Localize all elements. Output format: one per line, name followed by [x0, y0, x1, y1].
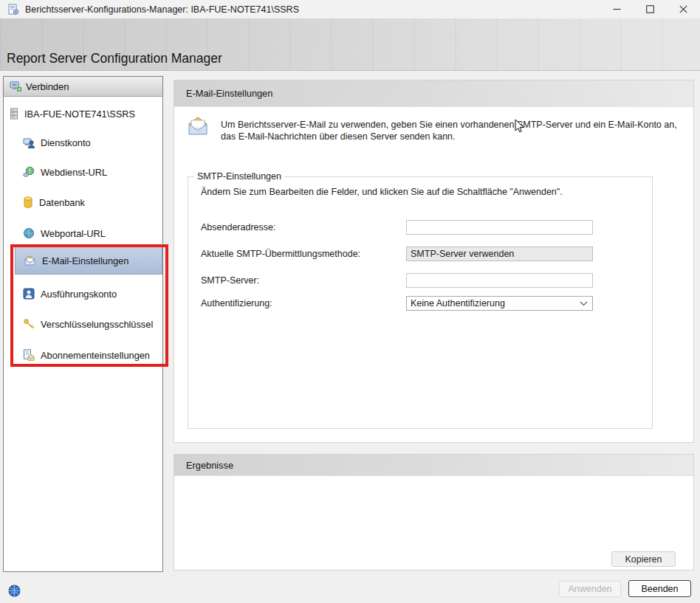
- sidebar-item-label: Webportal-URL: [41, 228, 106, 239]
- maximize-button[interactable]: [634, 0, 667, 18]
- title-bar: Berichtsserver-Konfigurations-Manager: I…: [0, 0, 700, 18]
- app-banner: Report Server Configuration Manager: [0, 18, 700, 71]
- minimize-button[interactable]: [600, 0, 634, 18]
- email-settings-panel-header: E-Mail-Einstellungen: [174, 80, 693, 107]
- sidebar-item-label: Ausführungskonto: [41, 289, 117, 300]
- service-account-icon: [23, 137, 35, 148]
- sender-address-input[interactable]: [406, 220, 593, 235]
- smtp-instruction-text: Ändern Sie zum Bearbeiten die Felder, un…: [201, 187, 563, 197]
- copy-button[interactable]: Kopieren: [611, 551, 676, 567]
- sender-address-label: Absenderadresse:: [201, 222, 275, 232]
- chevron-down-icon: [580, 301, 588, 306]
- subscription-settings-icon: [23, 349, 35, 361]
- encryption-keys-icon: [23, 318, 35, 330]
- smtp-delivery-method-value: SMTP-Server verwenden: [406, 247, 593, 261]
- sidebar-item-email-einstellungen[interactable]: E-Mail-Einstellungen: [15, 247, 162, 275]
- app-title: Report Server Configuration Manager: [7, 51, 222, 66]
- email-settings-description: Um Berichtsserver-E-Mail zu verwenden, g…: [221, 119, 680, 142]
- sidebar-item-ausfuehrungskonto[interactable]: Ausführungskonto: [23, 286, 117, 301]
- email-big-icon: [187, 116, 209, 136]
- smtp-server-label: SMTP-Server:: [201, 275, 259, 286]
- authentication-label: Authentifizierung:: [201, 298, 272, 309]
- smtp-settings-groupbox: SMTP-Einstellungen Ändern Sie zum Bearbe…: [188, 176, 653, 429]
- authentication-selected-value: Keine Authentifizierung: [411, 298, 505, 309]
- email-settings-panel: E-Mail-Einstellungen Um Berichtsserver-E…: [174, 80, 694, 443]
- sidebar-item-dienstkonto[interactable]: Dienstkonto: [23, 135, 91, 150]
- window-title: Berichtsserver-Konfigurations-Manager: I…: [25, 4, 299, 15]
- smtp-server-input[interactable]: [406, 273, 593, 288]
- smtp-delivery-method-label: Aktuelle SMTP-Übermittlungsmethode:: [201, 249, 360, 259]
- connect-icon: [10, 80, 21, 92]
- sidebar-item-label: E-Mail-Einstellungen: [42, 255, 128, 266]
- sidebar-item-label: Webdienst-URL: [41, 167, 107, 178]
- sidebar-server-node[interactable]: IBA-FUE-NOTE741\SSRS: [10, 106, 135, 121]
- report-server-configuration-manager-window: Berichtsserver-Konfigurations-Manager: I…: [0, 0, 700, 603]
- apply-button[interactable]: Anwenden: [559, 581, 621, 597]
- close-icon: [679, 5, 687, 13]
- sidebar-header-label: Verbinden: [26, 81, 69, 92]
- sidebar-item-webportal-url[interactable]: Webportal-URL: [23, 226, 106, 241]
- sidebar-item-datenbank[interactable]: Datenbank: [23, 195, 85, 210]
- sidebar-item-label: Verschlüsselungsschlüssel: [41, 319, 153, 330]
- help-globe-icon[interactable]: [8, 585, 21, 597]
- smtp-groupbox-legend: SMTP-Einstellungen: [194, 171, 284, 182]
- email-icon: [24, 255, 36, 266]
- database-icon: [23, 196, 33, 208]
- server-icon: [10, 108, 18, 120]
- sidebar-item-label: Datenbank: [39, 197, 85, 208]
- web-service-url-icon: [23, 166, 35, 178]
- results-panel: Ergebnisse Kopieren: [174, 454, 694, 571]
- results-panel-header: Ergebnisse: [174, 455, 693, 476]
- sidebar-header-verbinden[interactable]: Verbinden: [4, 77, 162, 97]
- maximize-icon: [646, 5, 654, 13]
- minimize-icon: [613, 5, 621, 13]
- web-portal-url-icon: [23, 227, 35, 239]
- exit-button[interactable]: Beenden: [628, 580, 691, 597]
- sidebar-item-webdienst-url[interactable]: Webdienst-URL: [23, 165, 107, 179]
- close-button[interactable]: [667, 0, 700, 18]
- sidebar: Verbinden IBA-FUE-NOTE741\SSRS Dienstkon…: [3, 76, 163, 572]
- authentication-select[interactable]: Keine Authentifizierung: [406, 296, 593, 311]
- server-name: IBA-FUE-NOTE741\SSRS: [24, 108, 135, 120]
- app-icon: [7, 4, 19, 15]
- sidebar-item-abonnementeinstellungen[interactable]: Abonnementeinstellungen: [23, 348, 150, 362]
- sidebar-item-label: Abonnementeinstellungen: [41, 350, 150, 361]
- execution-account-icon: [23, 288, 35, 300]
- sidebar-item-label: Dienstkonto: [41, 137, 91, 148]
- sidebar-item-verschluesselungsschluessel[interactable]: Verschlüsselungsschlüssel: [23, 317, 153, 331]
